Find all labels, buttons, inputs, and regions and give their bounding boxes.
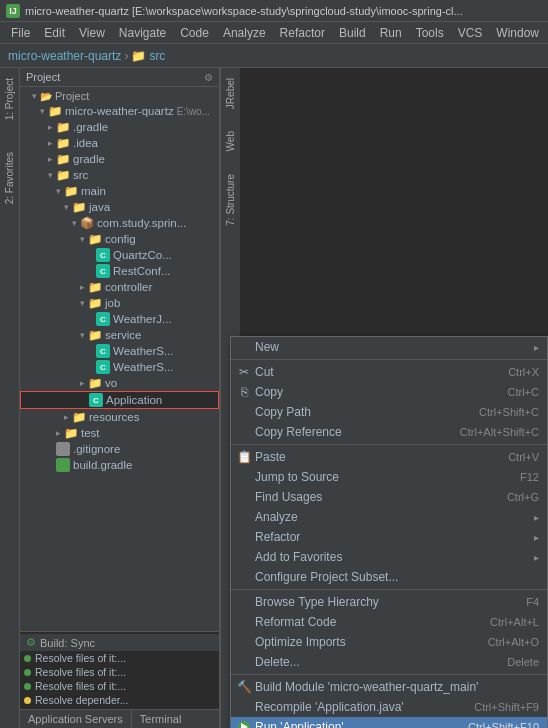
ctx-reformat[interactable]: Reformat Code Ctrl+Alt+L — [231, 612, 547, 632]
build-text-4: Resolve depender... — [35, 694, 128, 706]
ctx-optimize-imports-label: Optimize Imports — [255, 635, 346, 649]
tree-idea[interactable]: 📁 .idea — [20, 135, 219, 151]
menu-window[interactable]: Window — [489, 24, 546, 42]
project-breadcrumb[interactable]: micro-weather-quartz — [8, 49, 121, 63]
ctx-new[interactable]: New ▸ — [231, 337, 547, 357]
tree-config[interactable]: 📁 config — [20, 231, 219, 247]
ctx-browse-hierarchy[interactable]: Browse Type Hierarchy F4 — [231, 589, 547, 612]
tree-application[interactable]: C Application — [20, 391, 219, 409]
menu-code[interactable]: Code — [173, 24, 216, 42]
tab-project[interactable]: 1: Project — [2, 72, 17, 126]
ctx-copy[interactable]: ⎘ Copy Ctrl+C — [231, 382, 547, 402]
tab-terminal[interactable]: Terminal — [132, 710, 190, 728]
ctx-run-application[interactable]: Run 'Application' Ctrl+Shift+F10 — [231, 717, 547, 728]
build-dot-1 — [24, 655, 31, 662]
ctx-recompile-shortcut: Ctrl+Shift+F9 — [474, 701, 539, 713]
ctx-new-arrow: ▸ — [534, 342, 539, 353]
gitignore-label: .gitignore — [73, 443, 120, 455]
tree-item-root[interactable]: 📁 micro-weather-quartz E:\wo... — [20, 103, 219, 119]
config-label: config — [105, 233, 136, 245]
gradle2-label: gradle — [73, 153, 105, 165]
tree-gradle2[interactable]: 📁 gradle — [20, 151, 219, 167]
ctx-recompile[interactable]: Recompile 'Application.java' Ctrl+Shift+… — [231, 697, 547, 717]
tree-weatherj[interactable]: C WeatherJ... — [20, 311, 219, 327]
tab-application-servers[interactable]: Application Servers — [20, 710, 132, 728]
tree-java[interactable]: 📁 java — [20, 199, 219, 215]
ctx-copy-path[interactable]: Copy Path Ctrl+Shift+C — [231, 402, 547, 422]
menu-navigate[interactable]: Navigate — [112, 24, 173, 42]
tree-resources[interactable]: 📁 resources — [20, 409, 219, 425]
copy-icon-slot: ⎘ — [236, 384, 252, 400]
menu-vcs[interactable]: VCS — [451, 24, 490, 42]
tree-quartzco[interactable]: C QuartzCo... — [20, 247, 219, 263]
arrow-job — [76, 297, 88, 309]
ctx-optimize-imports[interactable]: Optimize Imports Ctrl+Alt+O — [231, 632, 547, 652]
ctx-refactor[interactable]: Refactor ▸ — [231, 527, 547, 547]
ctx-add-favorites-arrow: ▸ — [534, 552, 539, 563]
menu-edit[interactable]: Edit — [37, 24, 72, 42]
weathers2-icon: C — [96, 360, 110, 374]
arrow-idea — [44, 137, 56, 149]
resources-folder-icon: 📁 — [72, 410, 86, 424]
tree-main[interactable]: 📁 main — [20, 183, 219, 199]
arrow-vo — [76, 377, 88, 389]
ctx-jump-source-shortcut: F12 — [520, 471, 539, 483]
menu-tools[interactable]: Tools — [409, 24, 451, 42]
tree-item-project[interactable]: 📂 Project — [20, 89, 219, 103]
tab-favorites[interactable]: 2: Favorites — [2, 146, 17, 210]
tree-src[interactable]: 📁 src — [20, 167, 219, 183]
tab-web[interactable]: Web — [223, 125, 238, 157]
ctx-add-favorites[interactable]: Add to Favorites ▸ — [231, 547, 547, 567]
context-menu: New ▸ ✂ Cut Ctrl+X ⎘ Copy Ctrl+C Copy Pa… — [230, 336, 548, 728]
ctx-cut[interactable]: ✂ Cut Ctrl+X — [231, 359, 547, 382]
main-folder-icon: 📁 — [64, 184, 78, 198]
tab-structure[interactable]: 7: Structure — [223, 168, 238, 232]
tree-gradle[interactable]: 📁 .gradle — [20, 119, 219, 135]
test-folder-icon: 📁 — [64, 426, 78, 440]
tree-job[interactable]: 📁 job — [20, 295, 219, 311]
menu-run[interactable]: Run — [373, 24, 409, 42]
folder-icon-small: 📁 — [131, 49, 146, 63]
menu-refactor[interactable]: Refactor — [273, 24, 332, 42]
run-application-icon — [236, 719, 252, 728]
tree-vo[interactable]: 📁 vo — [20, 375, 219, 391]
java-label: java — [89, 201, 110, 213]
package-label: com.study.sprin... — [97, 217, 186, 229]
menu-build[interactable]: Build — [332, 24, 373, 42]
tree-restconf[interactable]: C RestConf... — [20, 263, 219, 279]
menu-analyze[interactable]: Analyze — [216, 24, 273, 42]
tree-gitignore[interactable]: .gitignore — [20, 441, 219, 457]
menu-view[interactable]: View — [72, 24, 112, 42]
ctx-configure-subset-label: Configure Project Subset... — [255, 570, 398, 584]
arrow-package — [68, 217, 80, 229]
ctx-paste[interactable]: 📋 Paste Ctrl+V — [231, 444, 547, 467]
ctx-copy-reference[interactable]: Copy Reference Ctrl+Alt+Shift+C — [231, 422, 547, 442]
ctx-jump-source[interactable]: Jump to Source F12 — [231, 467, 547, 487]
tree-weathers2[interactable]: C WeatherS... — [20, 359, 219, 375]
build-line-3: Resolve files of it:... — [20, 679, 219, 693]
restconf-label: RestConf... — [113, 265, 171, 277]
tree-package[interactable]: 📦 com.study.sprin... — [20, 215, 219, 231]
ctx-delete[interactable]: Delete... Delete — [231, 652, 547, 672]
tree-test[interactable]: 📁 test — [20, 425, 219, 441]
ctx-find-usages-shortcut: Ctrl+G — [507, 491, 539, 503]
ctx-copy-path-shortcut: Ctrl+Shift+C — [479, 406, 539, 418]
tree-weathers1[interactable]: C WeatherS... — [20, 343, 219, 359]
arrow-main — [52, 185, 64, 197]
app-window: IJ micro-weather-quartz [E:\workspace\wo… — [0, 0, 548, 728]
menu-file[interactable]: File — [4, 24, 37, 42]
ctx-browse-hierarchy-shortcut: F4 — [526, 596, 539, 608]
left-side-tabs: 1: Project 2: Favorites — [0, 68, 20, 728]
paste-icon-slot: 📋 — [236, 449, 252, 465]
ctx-analyze[interactable]: Analyze ▸ — [231, 507, 547, 527]
main-label: main — [81, 185, 106, 197]
ctx-find-usages[interactable]: Find Usages Ctrl+G — [231, 487, 547, 507]
tree-build-gradle[interactable]: build.gradle — [20, 457, 219, 473]
build-gradle-label: build.gradle — [73, 459, 132, 471]
ctx-configure-subset[interactable]: Configure Project Subset... — [231, 567, 547, 587]
ctx-build-module[interactable]: 🔨 Build Module 'micro-weather-quartz_mai… — [231, 674, 547, 697]
tab-jrebel[interactable]: JRebel — [223, 72, 238, 115]
tree-service[interactable]: 📁 service — [20, 327, 219, 343]
src-breadcrumb[interactable]: src — [149, 49, 165, 63]
tree-controller[interactable]: 📁 controller — [20, 279, 219, 295]
